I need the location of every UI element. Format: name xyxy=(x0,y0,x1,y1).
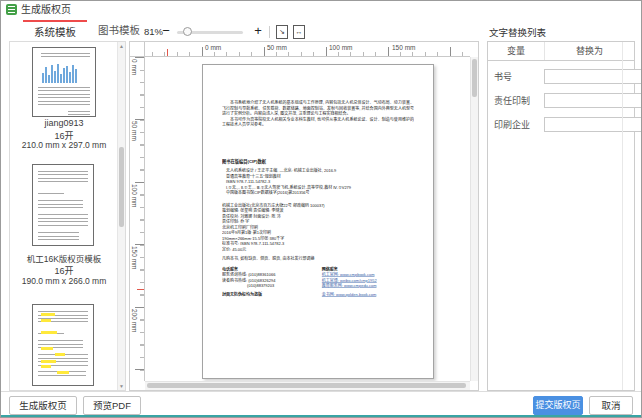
highlight-mark xyxy=(41,313,55,316)
preview-canvas[interactable]: 本书系统地介绍了无人机系统的基本组成与工作原理, 内容包括无人机总体设计、气动布… xyxy=(145,57,470,381)
highlight-mark xyxy=(57,371,69,374)
preview-horizontal-scrollbar-thumb[interactable] xyxy=(147,383,466,388)
template-name: 机工16K版权页模板 xyxy=(10,252,118,264)
highlight-mark xyxy=(41,365,51,368)
thumb-text-lines xyxy=(38,214,88,228)
template-thumbnail-jigong16k[interactable] xyxy=(32,164,94,246)
phone-line: (010)88379203 xyxy=(222,283,322,289)
template-dimensions: 190.0 mm x 266.0 mm xyxy=(10,276,118,286)
template-thumbnail-jiang0913[interactable] xyxy=(32,47,96,117)
replace-table-header: 变量 替换为 xyxy=(488,42,634,61)
replace-row: 印刷企业 xyxy=(488,113,634,136)
replace-list-title: 文字替换列表 xyxy=(489,25,546,39)
intro-paragraph: 本书可作为高等院校无人机相关专业本科生教材, 也可供从事无人机系统论证、设计、制… xyxy=(222,117,414,128)
generate-copyright-page-window: 生成版权页 系统模板 图书模板 81% − + ↘ ↔ jiang0913 16… xyxy=(0,0,642,418)
zoom-in-button[interactable]: + xyxy=(251,23,265,39)
footer-divider xyxy=(1,391,641,392)
preview-vertical-scrollbar[interactable] xyxy=(470,57,478,381)
variable-label: 责任印制 xyxy=(494,94,544,107)
cancel-button[interactable]: 取消 xyxy=(589,396,633,415)
network-line: 教育服务网: www.cmpedu.com xyxy=(322,283,414,289)
cip-heading: 图书在版编目(CIP)数据 xyxy=(222,159,414,165)
highlight-mark xyxy=(55,353,65,356)
column-variable: 变量 xyxy=(488,42,545,60)
vertical-ruler: 0 mm50 mm100 mm150 mm200 mm xyxy=(130,57,145,381)
contact-block: 电话服务 服务咨询热线: (010)88361066读者购书热线: (010)6… xyxy=(222,267,414,289)
variable-label: 印刷企业 xyxy=(494,118,544,131)
info-line: 凡购本书, 如有缺页、倒页、脱页, 由本社发行部调换 xyxy=(222,256,414,262)
intro-paragraph: 本书系统地介绍了无人机系统的基本组成与工作原理, 内容包括无人机总体设计、气动布… xyxy=(222,100,414,117)
goldenbook-link: 金书网: www.golden-book.com xyxy=(322,292,414,298)
ruler-label: 100 mm xyxy=(131,184,138,207)
toolbar-divider xyxy=(269,26,270,38)
app-icon xyxy=(6,4,17,15)
submit-copyright-page-button[interactable]: 提交版权页 xyxy=(533,396,583,415)
template-list-panel: jiang0913 16开 210.0 mm x 297.0 mm 机工16K版… xyxy=(9,41,126,391)
document-preview-panel: 0 mm50 mm100 mm150 mm 0 mm50 mm100 mm150… xyxy=(129,41,479,391)
thumb-text-lines xyxy=(38,193,64,197)
thumb-text-lines xyxy=(68,111,90,115)
ruler-label: 50 mm xyxy=(267,44,287,51)
sidebar-scrollbar[interactable]: ▲ ▼ xyxy=(117,42,125,390)
tab-book-templates[interactable]: 图书模板 xyxy=(87,20,151,41)
replace-value-input[interactable] xyxy=(544,93,642,108)
ruler-label: 200 mm xyxy=(131,309,138,332)
column-replace-with: 替换为 xyxy=(545,42,634,60)
template-dimensions: 210.0 mm x 297.0 mm xyxy=(10,140,118,150)
window-title: 生成版权页 xyxy=(21,3,71,16)
info-line: 定价: 45.00元 xyxy=(222,247,414,253)
window-bottom-accent xyxy=(1,415,641,417)
tab-system-templates[interactable]: 系统模板 xyxy=(23,20,87,41)
horizontal-ruler: 0 mm50 mm100 mm150 mm xyxy=(145,42,470,57)
ruler-label: 100 mm xyxy=(329,44,352,51)
scroll-up-icon[interactable]: ▲ xyxy=(118,42,125,50)
replace-value-input[interactable] xyxy=(544,69,642,84)
page-bottom-row: 封面无防伪标均为盗版 金书网: www.golden-book.com xyxy=(222,292,414,298)
ruler-corner xyxy=(130,42,145,57)
ruler-label: 150 mm xyxy=(392,44,415,51)
table-gutter-line xyxy=(622,42,623,390)
replace-row: 书号 xyxy=(488,65,634,88)
template-thumbnail-highlighted[interactable] xyxy=(32,304,94,386)
sidebar-scrollbar-thumb[interactable] xyxy=(119,147,124,227)
zoom-out-button[interactable]: − xyxy=(159,23,173,39)
replace-row: 责任印制 xyxy=(488,89,634,112)
highlight-mark xyxy=(41,347,53,350)
fit-page-icon[interactable]: ↘ xyxy=(276,25,288,39)
replace-list-table: 变量 替换为 书号 责任印制 印刷企业 xyxy=(487,41,635,391)
thumb-text-lines xyxy=(41,53,90,60)
anti-piracy-note: 封面无防伪标均为盗版 xyxy=(222,292,322,298)
ruler-marker-red xyxy=(137,289,144,290)
generate-copyright-page-button[interactable]: 生成版权页 xyxy=(9,396,77,415)
highlight-mark xyxy=(41,360,56,363)
thumb-text-lines xyxy=(38,232,79,242)
thumb-text-lines xyxy=(38,200,83,210)
ruler-label: 0 mm xyxy=(131,59,138,75)
highlight-mark xyxy=(41,331,57,334)
copyright-page-preview[interactable]: 本书系统地介绍了无人机系统的基本组成与工作原理, 内容包括无人机总体设计、气动布… xyxy=(202,64,434,379)
fit-width-icon[interactable]: ↔ xyxy=(293,25,305,39)
thumb-text-lines xyxy=(38,87,90,108)
ruler-marker-red xyxy=(167,49,168,56)
zoom-slider-thumb[interactable] xyxy=(183,27,192,36)
title-bar: 生成版权页 xyxy=(1,1,641,18)
preview-pdf-button[interactable]: 预览PDF xyxy=(83,396,141,415)
preview-vertical-scrollbar-thumb[interactable] xyxy=(472,59,477,97)
variable-label: 书号 xyxy=(494,70,544,83)
template-name: jiang0913 xyxy=(10,118,118,128)
publication-info-block: 机械工业出版社(北京市百万庄大街22号 邮政编码 100037)策划编辑: 张星… xyxy=(222,203,414,262)
page-content: 本书系统地介绍了无人机系统的基本组成与工作原理, 内容包括无人机总体设计、气动布… xyxy=(203,65,433,297)
highlight-mark xyxy=(41,319,51,322)
scroll-down-icon[interactable]: ▼ xyxy=(118,382,125,390)
cip-line: 中国版本图书馆CIP数据核字(2016)第201356号 xyxy=(222,190,414,196)
preview-horizontal-scrollbar[interactable] xyxy=(145,381,470,390)
thumb-text-lines xyxy=(38,171,88,185)
ruler-label: 50 mm xyxy=(131,121,138,141)
thumb-bar-chart xyxy=(42,63,86,83)
cip-block: 无人机系统设计 / 王正平主编. —北京: 机械工业出版社, 2016.9普通高… xyxy=(222,168,414,196)
ruler-label: 0 mm xyxy=(205,44,221,51)
replace-value-input[interactable] xyxy=(544,117,642,132)
ruler-label: 150 mm xyxy=(131,246,138,269)
